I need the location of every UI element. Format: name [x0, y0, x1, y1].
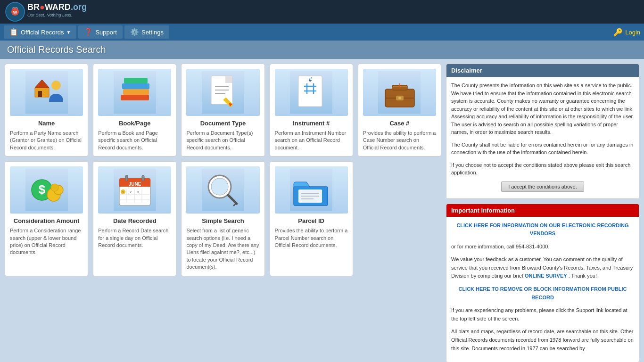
- important-info-box: Important Information CLICK HERE FOR INF…: [446, 204, 639, 362]
- card-title-case: Case #: [363, 120, 436, 127]
- search-card-instrument[interactable]: # Instrument # Perform an Instrument Num…: [270, 64, 353, 156]
- nav-item-support-label: Support: [95, 29, 117, 36]
- block-info-para: CLICK HERE TO REMOVE OR BLOCK INFORMATIO…: [451, 285, 634, 302]
- page-title: Official Records Search: [7, 44, 637, 55]
- disclaimer-para-1: The County presents the information on t…: [451, 82, 634, 136]
- card-img-case: !: [363, 69, 436, 116]
- support-para: If you are experiencing any problems, pl…: [451, 306, 634, 323]
- accept-button[interactable]: I accept the conditions above.: [501, 181, 584, 192]
- document-type-card-svg: [202, 71, 244, 114]
- disclaimer-box: Disclaimer The County presents the infor…: [446, 64, 639, 199]
- svg-text:2: 2: [130, 190, 132, 194]
- card-desc-simple-search: Select from a list of generic search opt…: [186, 227, 259, 271]
- login-button[interactable]: 🔑 Login: [613, 28, 640, 37]
- broward-logo: BR W BR●WARD.org Our Best. Nothing Less.: [5, 1, 90, 22]
- nav-left: 📋 Official Records ▼ ❓ Support ⚙️ Settin…: [4, 25, 169, 39]
- svg-rect-8: [38, 91, 42, 97]
- card-img-date-recorded: JUNE 1 2 3: [98, 166, 171, 214]
- svg-text:3: 3: [137, 190, 139, 194]
- disclaimer-header: Disclaimer: [446, 64, 639, 77]
- card-img-parcel-id: [275, 166, 348, 214]
- dropdown-arrow-icon: ▼: [66, 30, 71, 35]
- page-title-bar: Official Records Search: [0, 41, 644, 59]
- svg-text:Our Best. Nothing Less.: Our Best. Nothing Less.: [27, 13, 73, 17]
- case-card-svg: !: [378, 71, 421, 114]
- svg-rect-60: [125, 175, 128, 181]
- disclaimer-body: The County presents the information on t…: [446, 77, 639, 198]
- logo-container: BR W BR●WARD.org Our Best. Nothing Less.: [5, 1, 90, 22]
- login-icon: 🔑: [613, 28, 623, 37]
- simple-search-card-svg: [202, 169, 244, 211]
- card-title-simple-search: Simple Search: [186, 217, 259, 224]
- svg-rect-19: [225, 76, 232, 83]
- card-title-parcel-id: Parcel ID: [275, 217, 348, 224]
- card-title-book-page: Book/Page: [98, 120, 171, 127]
- svg-text:$: $: [38, 182, 45, 197]
- svg-text:W: W: [13, 10, 17, 15]
- svg-text:#: #: [309, 76, 312, 83]
- svg-rect-12: [121, 95, 149, 100]
- electronic-recording-suffix: or for more information, call 954-831-40…: [451, 244, 550, 249]
- cards-row-1: Name Perform a Party Name search (Granto…: [5, 64, 441, 156]
- search-card-book-page[interactable]: Book/Page Perform a Book and Page specif…: [93, 64, 176, 156]
- svg-text:BR●WARD.org: BR●WARD.org: [27, 2, 87, 12]
- card-desc-document-type: Perform a Document Type(s) specific sear…: [186, 130, 259, 151]
- card-desc-instrument: Perform an Instrument Number search on a…: [275, 130, 348, 151]
- electronic-recording-para: CLICK HERE FOR INFORMATION ON OUR ELECTR…: [451, 222, 634, 251]
- card-img-name: [10, 69, 83, 116]
- nav-item-support[interactable]: ❓ Support: [78, 25, 123, 39]
- sidebar: Disclaimer The County presents the infor…: [446, 64, 639, 362]
- search-card-parcel-id[interactable]: Parcel ID Provides the ability to perfor…: [270, 161, 353, 276]
- search-card-case[interactable]: ! Case # Provides the ability to perform…: [358, 64, 441, 156]
- instrument-card-svg: #: [290, 71, 332, 114]
- online-survey-link[interactable]: ONLINE SURVEY: [525, 273, 567, 279]
- card-desc-parcel-id: Provides the ability to perform a Parcel…: [275, 227, 348, 249]
- important-info-header: Important Information: [446, 204, 639, 217]
- book-page-card-svg: [114, 71, 156, 114]
- card-title-date-recorded: Date Recorded: [98, 217, 171, 224]
- card-desc-date-recorded: Perform a Record Date search for a singl…: [98, 227, 171, 249]
- svg-rect-61: [142, 175, 144, 181]
- important-info-title: Important Information: [451, 207, 515, 214]
- feedback-para: We value your feedback as a customer. Yo…: [451, 255, 634, 280]
- header: BR W BR●WARD.org Our Best. Nothing Less.: [0, 0, 644, 24]
- search-card-consideration[interactable]: $ Consideration Amount Perform a Conside…: [5, 161, 88, 276]
- search-card-document-type[interactable]: Document Type Perform a Document Type(s)…: [181, 64, 264, 156]
- card-img-simple-search: [186, 166, 259, 214]
- search-card-name[interactable]: Name Perform a Party Name search (Granto…: [5, 64, 88, 156]
- svg-point-10: [51, 81, 61, 90]
- main-content: Name Perform a Party Name search (Granto…: [0, 59, 644, 362]
- svg-point-38: [398, 97, 401, 99]
- search-card-simple-search[interactable]: Simple Search Select from a list of gene…: [181, 161, 264, 276]
- important-info-body: CLICK HERE FOR INFORMATION ON OUR ELECTR…: [446, 217, 639, 362]
- svg-rect-13: [123, 89, 149, 95]
- block-info-link[interactable]: CLICK HERE TO REMOVE OR BLOCK INFORMATIO…: [451, 285, 634, 302]
- navbar: 📋 Official Records ▼ ❓ Support ⚙️ Settin…: [0, 24, 644, 41]
- cards-area: Name Perform a Party Name search (Granto…: [5, 64, 441, 362]
- electronic-recording-link[interactable]: CLICK HERE FOR INFORMATION ON OUR ELECTR…: [451, 222, 634, 238]
- search-card-date-recorded[interactable]: JUNE 1 2 3 Date Recorded Perform a Recor…: [93, 161, 176, 276]
- svg-point-64: [211, 178, 228, 195]
- svg-rect-15: [124, 78, 148, 83]
- card-title-consideration: Consideration Amount: [10, 217, 83, 224]
- nav-item-settings[interactable]: ⚙️ Settings: [124, 25, 169, 39]
- disclaimer-para-3: If you choose not to accept the conditio…: [451, 161, 634, 177]
- date-recorded-card-svg: JUNE 1 2 3: [114, 169, 156, 211]
- login-label: Login: [625, 29, 640, 36]
- card-img-document-type: [186, 69, 259, 116]
- svg-text:!: !: [399, 82, 401, 90]
- records-para: All plats and maps, regardless of record…: [451, 328, 634, 353]
- card-desc-name: Perform a Party Name search (Grantor or …: [10, 130, 83, 151]
- card-img-consideration: $: [10, 166, 83, 214]
- card-img-book-page: [98, 69, 171, 116]
- cards-row-2: $ Consideration Amount Perform a Conside…: [5, 161, 441, 276]
- card-title-instrument: Instrument #: [275, 120, 348, 127]
- nav-item-official-records[interactable]: 📋 Official Records ▼: [4, 25, 76, 39]
- card-desc-consideration: Perform a Consideration range search (up…: [10, 227, 83, 256]
- parcel-id-card-svg: [290, 169, 332, 211]
- disclaimer-para-2: The County shall not be liable for error…: [451, 141, 634, 156]
- official-records-icon: 📋: [9, 28, 18, 36]
- nav-item-settings-label: Settings: [141, 29, 164, 36]
- card-title-name: Name: [10, 120, 83, 127]
- card-img-instrument: #: [275, 69, 348, 116]
